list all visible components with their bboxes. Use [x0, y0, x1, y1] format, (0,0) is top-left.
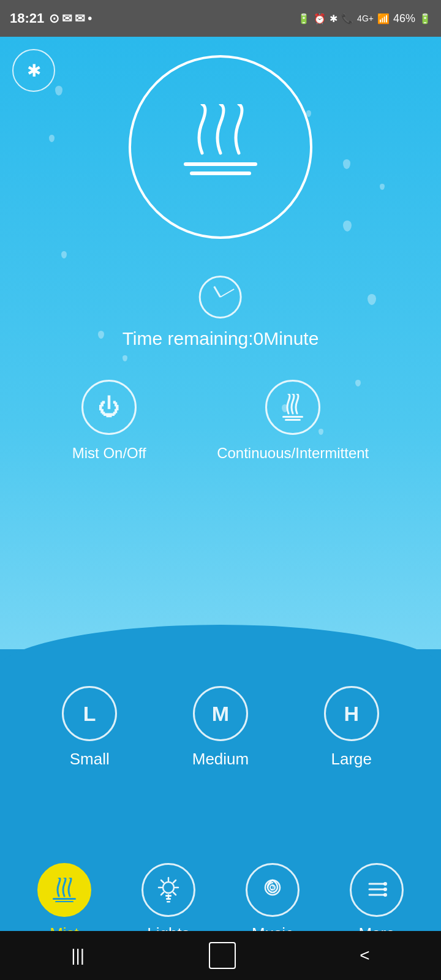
water-drop [98, 331, 104, 339]
water-drop [49, 135, 55, 142]
svg-text:♪: ♪ [270, 881, 276, 893]
size-medium-letter: M [212, 702, 229, 726]
size-small-label: Small [70, 750, 110, 769]
main-background: ✱ Time remaining:0Minute ⏻ [0, 37, 441, 686]
svg-rect-5 [55, 901, 74, 902]
status-left: 18:21 ⊙ ✉ ✉ • [10, 10, 92, 26]
nav-more-button[interactable] [350, 863, 404, 917]
water-drop [123, 355, 127, 361]
size-large-label: Large [331, 750, 372, 769]
svg-line-13 [173, 880, 176, 883]
svg-rect-2 [282, 416, 303, 418]
back-button[interactable]: ||| [53, 940, 103, 971]
svg-point-6 [163, 882, 174, 893]
size-medium[interactable]: M Medium [192, 686, 249, 769]
water-drop [380, 184, 385, 190]
battery-pct: 46% [393, 12, 415, 25]
mist-control[interactable]: ⏻ Mist On/Off [72, 380, 146, 462]
power-icon: ⏻ [98, 394, 120, 420]
mist-onoff-button[interactable]: ⏻ [81, 380, 137, 435]
nav-music-icon: ♪ [259, 876, 286, 903]
mail2-icon: ✉ [75, 11, 85, 26]
size-medium-button[interactable]: M [193, 686, 248, 741]
mist-mode-icon [277, 394, 308, 421]
time-remaining-text: Time remaining:0Minute [123, 328, 319, 349]
nav-lights-icon [155, 876, 182, 903]
network-icon: 4G+ [357, 13, 374, 23]
svg-rect-0 [184, 162, 257, 166]
svg-rect-16 [166, 898, 171, 900]
nav-mist-icon [50, 878, 78, 902]
svg-rect-15 [165, 895, 172, 897]
svg-line-14 [161, 892, 164, 895]
size-large-button[interactable]: H [324, 686, 379, 741]
status-bar: 18:21 ⊙ ✉ ✉ • 🔋 ⏰ ✱ 📞 4G+ 📶 46% 🔋 [0, 0, 441, 37]
size-small-button[interactable]: L [62, 686, 117, 741]
battery-bar-icon: 🔋 [419, 13, 431, 24]
water-drop [61, 251, 67, 258]
steam-icon-container [172, 104, 270, 190]
size-large[interactable]: H Large [324, 686, 379, 769]
bluetooth-icon: ✱ [27, 61, 41, 81]
svg-point-25 [383, 888, 387, 891]
clock-icon [199, 276, 242, 318]
bluetooth-status-icon: ✱ [330, 13, 337, 24]
size-small[interactable]: L Small [62, 686, 117, 769]
mail-icon: ✉ [62, 11, 72, 26]
svg-line-12 [173, 892, 176, 895]
return-button[interactable]: < [341, 940, 388, 971]
bottom-panel: L Small M Medium H Large [0, 649, 441, 980]
signal-icon: 📶 [377, 13, 390, 24]
svg-point-24 [383, 882, 387, 886]
nav-mist-button[interactable] [37, 863, 91, 917]
svg-point-26 [383, 893, 387, 897]
home-button[interactable] [209, 942, 236, 969]
svg-rect-4 [53, 898, 76, 900]
instagram-icon: ⊙ [49, 11, 59, 26]
bluetooth-button[interactable]: ✱ [12, 49, 55, 92]
svg-rect-17 [167, 901, 170, 903]
water-drop [343, 221, 352, 232]
bottom-navigation: ||| < [0, 931, 441, 980]
svg-line-11 [161, 880, 164, 883]
steam-circle [129, 55, 312, 239]
continuous-intermittent-button[interactable] [265, 380, 320, 435]
mode-control[interactable]: Continuous/Intermittent [217, 380, 369, 462]
size-medium-label: Medium [192, 750, 249, 769]
status-right: 🔋 ⏰ ✱ 📞 4G+ 📶 46% 🔋 [298, 12, 431, 25]
nav-lights-button[interactable] [141, 863, 195, 917]
status-time: 18:21 [10, 10, 44, 26]
alarm-icon: ⏰ [314, 13, 326, 24]
status-icons: ⊙ ✉ ✉ • [49, 11, 92, 26]
water-drop [343, 159, 350, 169]
battery-icon: 🔋 [298, 13, 310, 24]
water-drop [55, 86, 62, 96]
size-large-letter: H [344, 702, 359, 726]
time-section: Time remaining:0Minute [123, 276, 319, 349]
svg-rect-3 [285, 419, 301, 421]
nav-music-button[interactable]: ♪ [246, 863, 300, 917]
phone-icon: 📞 [341, 13, 353, 24]
steam-svg [172, 104, 270, 190]
dot-icon: • [88, 12, 92, 26]
size-small-letter: L [83, 702, 96, 726]
nav-more-icon [363, 876, 390, 903]
svg-rect-1 [190, 172, 251, 175]
controls-row: ⏻ Mist On/Off Continuous/Intermittent [0, 380, 441, 462]
size-row: L Small M Medium H Large [0, 686, 441, 769]
mode-label: Continuous/Intermittent [217, 445, 369, 462]
clock-minute-hand [221, 288, 235, 298]
mist-onoff-label: Mist On/Off [72, 445, 146, 462]
water-drop [368, 294, 376, 305]
